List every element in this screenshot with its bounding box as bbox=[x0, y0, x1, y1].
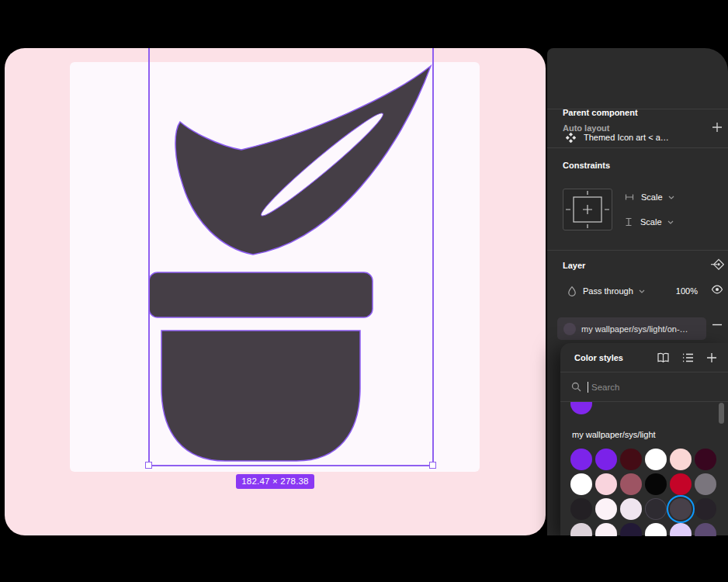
constraints-widget[interactable] bbox=[563, 189, 612, 230]
fill-swatch[interactable] bbox=[563, 323, 576, 335]
color-swatch[interactable] bbox=[570, 523, 592, 536]
chevron-down-icon bbox=[668, 196, 674, 199]
color-swatch[interactable] bbox=[670, 523, 692, 536]
color-swatch[interactable] bbox=[645, 473, 667, 495]
color-swatch[interactable] bbox=[595, 498, 617, 520]
fill-style-name: my wallpaper/sys/light/on-… bbox=[581, 324, 688, 334]
instance-name: Themed Icon art < a… bbox=[584, 133, 669, 142]
search-row[interactable] bbox=[560, 372, 728, 401]
divider bbox=[547, 109, 728, 109]
blend-mode-icon[interactable] bbox=[567, 286, 577, 296]
auto-layout-header: Auto layout bbox=[563, 123, 610, 133]
color-swatch[interactable] bbox=[620, 473, 642, 495]
selection-handle-bottom-left[interactable] bbox=[145, 462, 152, 469]
styles-list[interactable]: my wallpaper/sys/light bbox=[560, 401, 728, 536]
layer-header: Layer bbox=[563, 261, 585, 270]
color-swatch[interactable] bbox=[595, 449, 617, 470]
popup-scrollbar-thumb[interactable] bbox=[719, 403, 724, 424]
constraints-header: Constraints bbox=[563, 161, 610, 170]
vertical-constraint-icon bbox=[625, 217, 633, 227]
color-swatch-partial[interactable] bbox=[570, 401, 592, 414]
plant-icon[interactable] bbox=[70, 62, 480, 472]
color-swatch[interactable] bbox=[695, 498, 716, 520]
opacity-value[interactable]: 100% bbox=[676, 286, 698, 296]
color-swatch[interactable] bbox=[570, 473, 592, 495]
horizontal-constraint-select[interactable]: Scale bbox=[625, 189, 674, 205]
color-swatch[interactable] bbox=[695, 473, 716, 495]
color-swatch[interactable] bbox=[695, 449, 716, 470]
color-swatch[interactable] bbox=[595, 523, 617, 536]
search-icon bbox=[571, 382, 581, 392]
blend-row: Pass through 100% bbox=[567, 283, 718, 299]
dimension-badge: 182.47 × 278.38 bbox=[5, 473, 546, 489]
visibility-eye-icon[interactable] bbox=[711, 285, 723, 294]
add-style-plus-icon[interactable] bbox=[706, 352, 717, 363]
component-icon bbox=[566, 133, 576, 143]
color-swatch[interactable] bbox=[620, 498, 642, 520]
vertical-constraint-select[interactable]: Scale bbox=[625, 214, 674, 230]
color-swatch[interactable] bbox=[670, 498, 692, 520]
swatch-grid bbox=[570, 449, 716, 536]
color-styles-title: Color styles bbox=[574, 353, 623, 362]
color-swatch[interactable] bbox=[645, 498, 667, 520]
divider bbox=[547, 250, 728, 251]
color-swatch[interactable] bbox=[620, 449, 642, 470]
chevron-down-icon bbox=[639, 289, 645, 293]
dimension-label: 182.47 × 278.38 bbox=[236, 474, 314, 489]
chevron-down-icon bbox=[667, 220, 674, 224]
horizontal-constraint-icon bbox=[625, 193, 634, 201]
color-swatch[interactable] bbox=[670, 473, 692, 495]
blend-mode-value[interactable]: Pass through bbox=[583, 286, 633, 296]
canvas-viewport[interactable]: 182.47 × 278.38 bbox=[5, 48, 546, 535]
color-swatch[interactable] bbox=[695, 523, 716, 536]
selection-bottom-edge[interactable] bbox=[148, 465, 433, 466]
styles-section-label: my wallpaper/sys/light bbox=[572, 430, 656, 439]
list-view-icon[interactable] bbox=[682, 353, 694, 362]
horizontal-constraint-value: Scale bbox=[641, 192, 663, 202]
add-auto-layout-button[interactable] bbox=[712, 122, 723, 133]
selection-right-edge[interactable] bbox=[432, 48, 434, 466]
fill-style-row[interactable]: my wallpaper/sys/light/on-… bbox=[557, 317, 706, 340]
remove-fill-minus-icon[interactable] bbox=[712, 324, 723, 326]
divider bbox=[547, 147, 728, 148]
apply-styles-icon[interactable] bbox=[710, 258, 724, 272]
selection-handle-bottom-right[interactable] bbox=[429, 462, 436, 469]
library-book-icon[interactable] bbox=[657, 352, 670, 363]
selection-left-edge[interactable] bbox=[148, 48, 150, 466]
color-swatch[interactable] bbox=[645, 523, 667, 536]
vertical-constraint-value: Scale bbox=[640, 217, 662, 227]
color-swatch[interactable] bbox=[570, 498, 592, 520]
color-swatch[interactable] bbox=[595, 473, 617, 495]
color-swatch[interactable] bbox=[620, 523, 642, 536]
color-styles-popup: Color styles bbox=[560, 343, 728, 535]
color-swatch[interactable] bbox=[670, 449, 692, 470]
text-caret bbox=[588, 382, 588, 393]
color-swatch[interactable] bbox=[570, 449, 592, 470]
color-swatch[interactable] bbox=[645, 449, 667, 470]
search-input[interactable] bbox=[590, 382, 709, 393]
